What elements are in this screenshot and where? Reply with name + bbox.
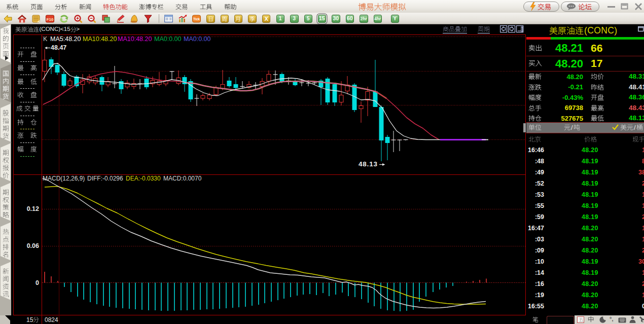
- svg-text:F10: F10: [47, 17, 54, 22]
- svg-text:Tick: Tick: [193, 17, 200, 21]
